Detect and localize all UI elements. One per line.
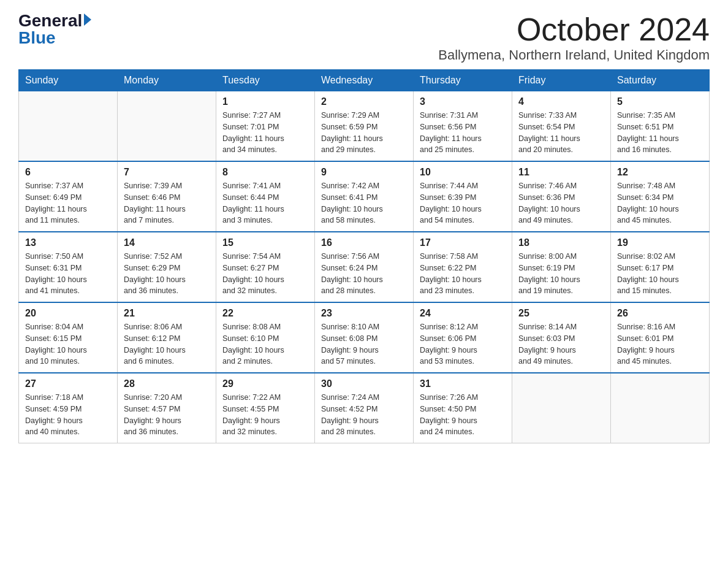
day-info: Sunrise: 7:27 AMSunset: 7:01 PMDaylight:… <box>222 110 308 156</box>
col-header-sunday: Sunday <box>19 70 118 91</box>
week-row-3: 13Sunrise: 7:50 AMSunset: 6:31 PMDayligh… <box>19 232 710 302</box>
calendar-cell: 17Sunrise: 7:58 AMSunset: 6:22 PMDayligh… <box>414 232 512 302</box>
day-number: 26 <box>617 308 703 319</box>
calendar-cell: 18Sunrise: 8:00 AMSunset: 6:19 PMDayligh… <box>512 232 611 302</box>
day-number: 27 <box>25 378 111 389</box>
day-info: Sunrise: 7:52 AMSunset: 6:29 PMDaylight:… <box>124 251 210 297</box>
calendar-cell <box>19 91 118 162</box>
col-header-saturday: Saturday <box>611 70 710 91</box>
day-number: 21 <box>124 308 210 319</box>
day-number: 3 <box>420 96 506 107</box>
day-number: 29 <box>222 378 308 389</box>
calendar-cell: 29Sunrise: 7:22 AMSunset: 4:55 PMDayligh… <box>216 373 315 443</box>
day-info: Sunrise: 7:18 AMSunset: 4:59 PMDaylight:… <box>25 392 111 438</box>
calendar-cell: 25Sunrise: 8:14 AMSunset: 6:03 PMDayligh… <box>512 302 611 373</box>
day-info: Sunrise: 7:39 AMSunset: 6:46 PMDaylight:… <box>124 180 210 226</box>
day-number: 25 <box>518 308 604 319</box>
week-row-1: 1Sunrise: 7:27 AMSunset: 7:01 PMDaylight… <box>19 91 710 162</box>
header: General Blue October 2024 Ballymena, Nor… <box>18 12 710 63</box>
day-number: 15 <box>222 237 308 248</box>
day-info: Sunrise: 7:50 AMSunset: 6:31 PMDaylight:… <box>25 251 111 297</box>
calendar-cell: 24Sunrise: 8:12 AMSunset: 6:06 PMDayligh… <box>414 302 512 373</box>
day-info: Sunrise: 7:42 AMSunset: 6:41 PMDaylight:… <box>321 180 407 226</box>
calendar-cell: 1Sunrise: 7:27 AMSunset: 7:01 PMDaylight… <box>216 91 315 162</box>
calendar-cell: 14Sunrise: 7:52 AMSunset: 6:29 PMDayligh… <box>118 232 216 302</box>
day-number: 23 <box>321 308 407 319</box>
day-number: 28 <box>124 378 210 389</box>
location-title: Ballymena, Northern Ireland, United King… <box>438 47 710 63</box>
day-info: Sunrise: 7:56 AMSunset: 6:24 PMDaylight:… <box>321 251 407 297</box>
calendar-cell: 10Sunrise: 7:44 AMSunset: 6:39 PMDayligh… <box>414 161 512 232</box>
calendar-cell: 2Sunrise: 7:29 AMSunset: 6:59 PMDaylight… <box>315 91 414 162</box>
week-row-4: 20Sunrise: 8:04 AMSunset: 6:15 PMDayligh… <box>19 302 710 373</box>
day-number: 9 <box>321 167 407 178</box>
calendar-cell: 28Sunrise: 7:20 AMSunset: 4:57 PMDayligh… <box>118 373 216 443</box>
day-number: 16 <box>321 237 407 248</box>
day-number: 24 <box>420 308 506 319</box>
calendar-cell: 15Sunrise: 7:54 AMSunset: 6:27 PMDayligh… <box>216 232 315 302</box>
calendar-cell: 26Sunrise: 8:16 AMSunset: 6:01 PMDayligh… <box>611 302 710 373</box>
calendar-cell: 3Sunrise: 7:31 AMSunset: 6:56 PMDaylight… <box>414 91 512 162</box>
day-info: Sunrise: 8:02 AMSunset: 6:17 PMDaylight:… <box>617 251 703 297</box>
col-header-thursday: Thursday <box>414 70 512 91</box>
day-number: 18 <box>518 237 604 248</box>
day-info: Sunrise: 7:37 AMSunset: 6:49 PMDaylight:… <box>25 180 111 226</box>
month-title: October 2024 <box>438 12 710 47</box>
calendar-cell: 27Sunrise: 7:18 AMSunset: 4:59 PMDayligh… <box>19 373 118 443</box>
day-info: Sunrise: 8:14 AMSunset: 6:03 PMDaylight:… <box>518 321 604 367</box>
day-info: Sunrise: 7:54 AMSunset: 6:27 PMDaylight:… <box>222 251 308 297</box>
day-info: Sunrise: 7:24 AMSunset: 4:52 PMDaylight:… <box>321 392 407 438</box>
day-info: Sunrise: 8:04 AMSunset: 6:15 PMDaylight:… <box>25 321 111 367</box>
calendar-cell <box>512 373 611 443</box>
day-number: 8 <box>222 167 308 178</box>
day-number: 31 <box>420 378 506 389</box>
day-number: 2 <box>321 96 407 107</box>
col-header-wednesday: Wednesday <box>315 70 414 91</box>
calendar-cell: 6Sunrise: 7:37 AMSunset: 6:49 PMDaylight… <box>19 161 118 232</box>
calendar-cell: 9Sunrise: 7:42 AMSunset: 6:41 PMDaylight… <box>315 161 414 232</box>
day-number: 30 <box>321 378 407 389</box>
header-row: SundayMondayTuesdayWednesdayThursdayFrid… <box>19 70 710 91</box>
day-number: 10 <box>420 167 506 178</box>
day-number: 20 <box>25 308 111 319</box>
calendar-cell: 8Sunrise: 7:41 AMSunset: 6:44 PMDaylight… <box>216 161 315 232</box>
calendar-cell: 20Sunrise: 8:04 AMSunset: 6:15 PMDayligh… <box>19 302 118 373</box>
calendar-cell: 31Sunrise: 7:26 AMSunset: 4:50 PMDayligh… <box>414 373 512 443</box>
day-info: Sunrise: 7:26 AMSunset: 4:50 PMDaylight:… <box>420 392 506 438</box>
col-header-friday: Friday <box>512 70 611 91</box>
calendar-table: SundayMondayTuesdayWednesdayThursdayFrid… <box>18 69 710 443</box>
calendar-cell: 13Sunrise: 7:50 AMSunset: 6:31 PMDayligh… <box>19 232 118 302</box>
col-header-monday: Monday <box>118 70 216 91</box>
week-row-5: 27Sunrise: 7:18 AMSunset: 4:59 PMDayligh… <box>19 373 710 443</box>
day-number: 13 <box>25 237 111 248</box>
logo-general: General <box>18 12 82 29</box>
day-info: Sunrise: 8:10 AMSunset: 6:08 PMDaylight:… <box>321 321 407 367</box>
day-number: 11 <box>518 167 604 178</box>
calendar-cell <box>118 91 216 162</box>
day-number: 6 <box>25 167 111 178</box>
calendar-cell: 19Sunrise: 8:02 AMSunset: 6:17 PMDayligh… <box>611 232 710 302</box>
calendar-cell: 12Sunrise: 7:48 AMSunset: 6:34 PMDayligh… <box>611 161 710 232</box>
day-info: Sunrise: 7:20 AMSunset: 4:57 PMDaylight:… <box>124 392 210 438</box>
day-number: 7 <box>124 167 210 178</box>
day-info: Sunrise: 7:29 AMSunset: 6:59 PMDaylight:… <box>321 110 407 156</box>
day-info: Sunrise: 7:46 AMSunset: 6:36 PMDaylight:… <box>518 180 604 226</box>
day-info: Sunrise: 7:33 AMSunset: 6:54 PMDaylight:… <box>518 110 604 156</box>
day-number: 17 <box>420 237 506 248</box>
day-info: Sunrise: 8:00 AMSunset: 6:19 PMDaylight:… <box>518 251 604 297</box>
day-info: Sunrise: 8:12 AMSunset: 6:06 PMDaylight:… <box>420 321 506 367</box>
day-number: 12 <box>617 167 703 178</box>
day-number: 1 <box>222 96 308 107</box>
title-area: October 2024 Ballymena, Northern Ireland… <box>438 12 710 63</box>
calendar-cell: 11Sunrise: 7:46 AMSunset: 6:36 PMDayligh… <box>512 161 611 232</box>
calendar-cell: 22Sunrise: 8:08 AMSunset: 6:10 PMDayligh… <box>216 302 315 373</box>
day-info: Sunrise: 8:16 AMSunset: 6:01 PMDaylight:… <box>617 321 703 367</box>
day-info: Sunrise: 7:58 AMSunset: 6:22 PMDaylight:… <box>420 251 506 297</box>
calendar-cell <box>611 373 710 443</box>
calendar-cell: 23Sunrise: 8:10 AMSunset: 6:08 PMDayligh… <box>315 302 414 373</box>
day-info: Sunrise: 7:22 AMSunset: 4:55 PMDaylight:… <box>222 392 308 438</box>
calendar-cell: 4Sunrise: 7:33 AMSunset: 6:54 PMDaylight… <box>512 91 611 162</box>
col-header-tuesday: Tuesday <box>216 70 315 91</box>
logo-blue: Blue <box>18 29 56 47</box>
day-info: Sunrise: 8:08 AMSunset: 6:10 PMDaylight:… <box>222 321 308 367</box>
